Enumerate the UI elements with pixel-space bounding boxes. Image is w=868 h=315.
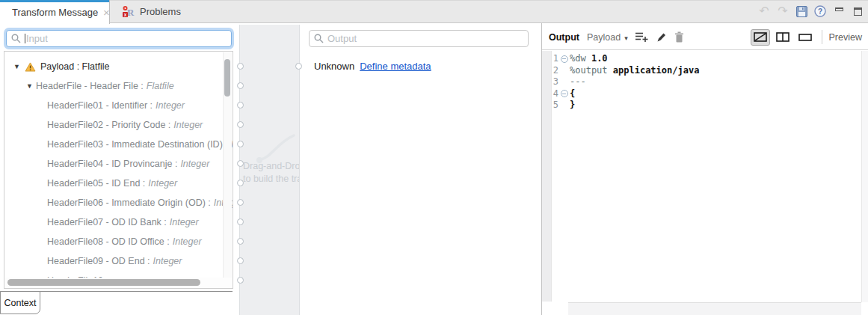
svg-text:x: x [124, 12, 127, 17]
define-metadata-link[interactable]: Define metadata [360, 61, 431, 72]
transform-canvas[interactable]: Drag-and-Drop to build the transformatio… [239, 25, 300, 315]
code-value: 1.0 [591, 53, 608, 65]
code-line[interactable]: 4 { [542, 88, 868, 100]
mapping-anchor-input[interactable] [237, 199, 244, 206]
tree-row[interactable]: HeaderFile01 - Identifier : Integer [4, 96, 233, 115]
tree-row-type: Flatfile [147, 81, 174, 91]
save-floppy-icon [796, 6, 807, 17]
add-transformation-icon[interactable] [635, 31, 648, 43]
tree-row-type: Integer [173, 120, 203, 130]
tree-row[interactable]: HeaderFile06 - Immediate Origin (OD) : I… [4, 193, 233, 212]
code-line[interactable]: 1 %dw 1.0 [542, 53, 868, 65]
mapping-anchor-output[interactable] [295, 63, 302, 70]
tree-row[interactable]: HeaderFile02 - Priority Code : Integer [4, 115, 233, 135]
mapping-anchor-input[interactable] [237, 141, 244, 147]
tree-vertical-scrollbar[interactable] [223, 52, 232, 278]
tree-row-type: Integer [180, 159, 209, 169]
code-line[interactable]: 5 } [542, 100, 868, 111]
canvas-hint-clip: Drag-and-Drop to build the transformatio… [240, 25, 299, 315]
input-tree-panel: ▼ Payload : Flatfile ▼ HeaderFile - Head… [4, 51, 233, 289]
code-value: application/java [613, 65, 700, 77]
delete-trash-icon[interactable] [674, 31, 684, 43]
code-line[interactable]: 2 %output application/java [542, 65, 868, 77]
output-search-field[interactable]: Output [309, 30, 529, 47]
edit-pencil-icon[interactable] [656, 31, 667, 43]
tree-row-label: HeaderFile08 - OD ID Office : [47, 236, 170, 247]
mapping-anchor-input[interactable] [237, 160, 244, 167]
input-search-placeholder: Input [26, 33, 48, 44]
scrollbar-thumb[interactable] [224, 59, 230, 97]
fold-minus-icon[interactable] [558, 55, 570, 63]
line-number: 3 [542, 76, 558, 88]
view-button-single[interactable] [795, 29, 815, 46]
mapping-anchor-input[interactable] [237, 82, 244, 89]
maximize-icon[interactable] [851, 4, 864, 18]
tree-row-label: HeaderFile05 - ID End : [47, 178, 145, 189]
tree-row-type: Integer [156, 100, 185, 111]
tree-row-label: HeaderFile07 - OD ID Bank : [47, 217, 167, 227]
close-icon[interactable]: × [103, 7, 110, 18]
editor-horizontal-scrollbar[interactable] [568, 302, 861, 315]
code-directive: %dw [570, 53, 591, 65]
tree-row[interactable]: ▼ Payload : Flatfile [4, 57, 233, 76]
mapping-anchor-input[interactable] [237, 121, 244, 128]
tree-row[interactable]: HeaderFile04 - ID Provincanje : Integer [4, 154, 233, 174]
output-search-placeholder: Output [327, 33, 357, 44]
tree-row-label: Payload : Flatfile [40, 61, 109, 72]
canvas-hint-text: Drag-and-Drop to build the transformatio… [243, 160, 299, 186]
mapping-anchor-input[interactable] [237, 238, 244, 245]
tree-row-label: HeaderFile09 - OD End : [47, 256, 150, 266]
context-tab-label: Context [4, 298, 36, 308]
scrollbar-thumb[interactable] [7, 279, 200, 286]
tab-problems[interactable]: R x Problems [110, 0, 193, 23]
dw-target-dropdown[interactable]: Payload▾ [587, 32, 628, 43]
dataweave-editor[interactable]: 1 %dw 1.0 2 %output application/java 3 -… [542, 51, 868, 315]
mapping-anchor-input[interactable] [237, 277, 244, 284]
search-icon [11, 34, 21, 43]
input-search-field[interactable]: Input [6, 30, 232, 47]
redo-icon[interactable]: ↷ [776, 4, 789, 18]
code-directive: %output [570, 65, 613, 77]
code-line[interactable]: 3 --- [542, 76, 868, 88]
tab-label: Problems [140, 6, 181, 17]
line-number: 2 [542, 65, 558, 77]
dw-output-title: Output [549, 32, 579, 43]
undo-icon[interactable]: ↶ [757, 4, 771, 18]
code-lines: 1 %dw 1.0 2 %output application/java 3 -… [542, 53, 868, 111]
expander-icon[interactable]: ▼ [26, 82, 36, 90]
text-caret [25, 34, 25, 43]
save-icon[interactable] [795, 4, 808, 18]
tree-row[interactable]: ▼ HeaderFile - Header File : Flatfile [4, 76, 233, 96]
tab-label: Transform Message [12, 7, 98, 18]
view-button-split[interactable] [751, 29, 770, 46]
tree-row[interactable]: HeaderFile03 - Immediate Destination (ID… [4, 135, 233, 154]
mapping-anchor-input[interactable] [237, 63, 244, 70]
tree-row[interactable]: HeaderFile05 - ID End : Integer [4, 174, 233, 193]
tree-row-type: Integer [148, 178, 177, 189]
tree-row[interactable]: HeaderFile09 - OD End : Integer [4, 251, 233, 271]
tree-row[interactable]: HeaderFile08 - OD ID Office : Integer [4, 232, 233, 251]
mapping-anchor-input[interactable] [237, 102, 244, 108]
tree-row[interactable]: HeaderFile07 - OD ID Bank : Integer [4, 212, 233, 232]
tab-context[interactable]: Context [0, 291, 40, 314]
minimize-icon[interactable] [832, 4, 846, 18]
mapping-anchor-input[interactable] [237, 218, 244, 225]
mapping-anchor-input[interactable] [237, 257, 244, 264]
tree-row-type: Integer [173, 236, 202, 247]
preview-button[interactable]: Preview [829, 32, 862, 43]
tab-transform-message[interactable]: Transform Message × [0, 0, 110, 24]
code-directive: --- [570, 76, 586, 88]
mapping-anchor-input[interactable] [237, 180, 244, 186]
output-status: Unknown [314, 61, 354, 72]
question-mark-icon: ? [814, 5, 826, 17]
help-icon[interactable]: ? [813, 4, 827, 18]
editor-vertical-scrollbar[interactable] [861, 51, 868, 302]
view-button-columns[interactable] [773, 29, 792, 46]
code-value: { [570, 88, 575, 100]
tree-row-label: HeaderFile03 - Immediate Destination (ID… [47, 139, 228, 150]
tree-horizontal-scrollbar[interactable] [5, 278, 232, 287]
fold-minus-icon[interactable] [558, 90, 570, 97]
window-toolbar: ↶ ↷ ? [757, 4, 864, 18]
expander-icon[interactable]: ▼ [13, 63, 23, 70]
tree-row-label: HeaderFile04 - ID Provincanje : [47, 159, 177, 169]
